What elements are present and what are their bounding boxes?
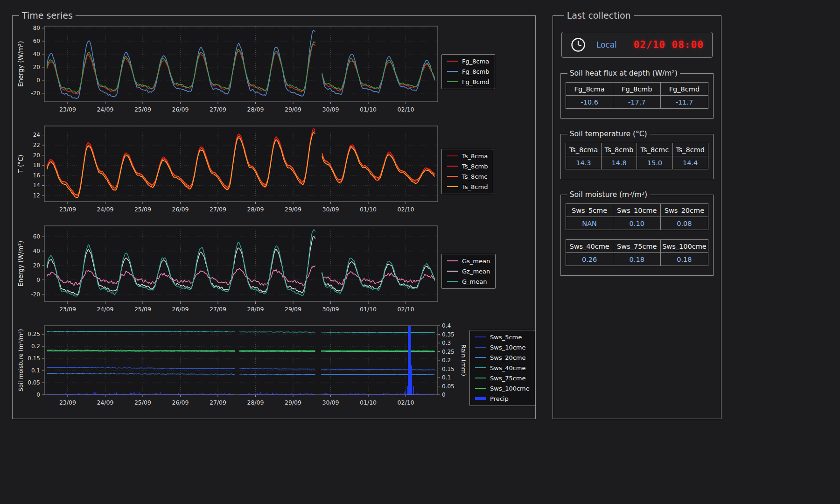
y2-tick-label: 0 bbox=[442, 392, 446, 398]
y2-tick-label: 0.3 bbox=[442, 340, 451, 346]
x-tick-label: 27/09 bbox=[210, 206, 226, 213]
x-tick-label: 23/09 bbox=[59, 399, 76, 406]
y-tick-label: 0.15 bbox=[28, 355, 40, 362]
y-tick-label: -20 bbox=[31, 291, 40, 298]
y2-tick-label: 0.4 bbox=[442, 322, 451, 329]
y-tick-label: 0 bbox=[36, 77, 40, 84]
heatflux-table: Fg_8cma Fg_8cmb Fg_8cmd -10.6 -17.7 -11.… bbox=[566, 82, 708, 109]
table-value-row: 14.3 14.8 15.0 14.4 bbox=[566, 156, 708, 169]
ground-heat-flux-chart: 23/0924/0925/0926/0927/0928/0929/0930/09… bbox=[15, 221, 470, 321]
y-tick-label: 0.05 bbox=[28, 379, 40, 386]
legend-label: Ts_8cma bbox=[462, 153, 488, 160]
x-tick-label: 29/09 bbox=[285, 399, 301, 406]
legend-label: G_mean bbox=[462, 278, 487, 285]
last-collection-title: Last collection bbox=[564, 10, 634, 21]
x-tick-label: 27/09 bbox=[210, 399, 226, 406]
value-cell: NAN bbox=[566, 217, 613, 230]
legend-label: Precip bbox=[490, 395, 509, 402]
legend-swatch bbox=[475, 388, 486, 389]
legend-item-Sws_20cme: Sws_20cme bbox=[475, 354, 530, 361]
legend-item-Sws_10cme: Sws_10cme bbox=[475, 344, 530, 351]
value-cell: 0.18 bbox=[613, 253, 661, 266]
legend-swatch bbox=[447, 166, 458, 167]
legend-label: Sws_20cme bbox=[490, 354, 526, 361]
value-cell: -17.7 bbox=[613, 96, 661, 109]
app-root: { "window": {"background": "#1c1c1e"}, "… bbox=[0, 0, 840, 419]
legend-label: Sws_100cme bbox=[490, 385, 530, 392]
legend-swatch bbox=[447, 155, 458, 156]
legend-swatch bbox=[475, 357, 486, 358]
x-tick-label: 24/09 bbox=[97, 399, 113, 406]
legend-item-G_mean: G_mean bbox=[447, 278, 490, 285]
y-tick-label: 0.2 bbox=[31, 343, 40, 350]
column-header: Sws_100cme bbox=[661, 240, 708, 253]
ground-heat-flux-row: 23/0924/0925/0926/0927/0928/0929/0930/09… bbox=[15, 221, 535, 321]
y2-tick-label: 0.1 bbox=[442, 374, 451, 381]
clock-time: 02/10 08:00 bbox=[634, 39, 704, 50]
legend-label: Ts_8cmc bbox=[462, 173, 487, 180]
table-value-row: NAN 0.10 0.08 bbox=[566, 217, 708, 230]
table-header-row: Sws_40cme Sws_75cme Sws_100cme bbox=[566, 240, 708, 253]
x-tick-label: 25/09 bbox=[134, 399, 151, 406]
table-header-row: Ts_8cma Ts_8cmb Ts_8cmc Ts_8cmd bbox=[566, 143, 708, 156]
y-axis-label: Energy (W/m²) bbox=[17, 41, 24, 87]
legend-label: Fg_8cmb bbox=[462, 68, 490, 75]
timeseries-panel: Time series 23/0924/0925/0926/0927/0928/… bbox=[12, 10, 536, 419]
x-tick-label: 24/09 bbox=[97, 306, 113, 313]
column-header: Ts_8cma bbox=[566, 143, 601, 156]
column-header: Sws_20cme bbox=[661, 204, 708, 217]
x-tick-label: 25/09 bbox=[134, 106, 151, 113]
plot-area bbox=[44, 26, 438, 102]
value-cell: 15.0 bbox=[637, 156, 672, 169]
legend-label: Ts_8cmb bbox=[462, 163, 488, 170]
table-header-row: Fg_8cma Fg_8cmb Fg_8cmd bbox=[566, 83, 708, 96]
legend-label: Sws_10cme bbox=[490, 344, 526, 351]
x-tick-label: 26/09 bbox=[172, 306, 189, 313]
legend-item-Precip: Precip bbox=[475, 395, 530, 402]
legend-swatch bbox=[475, 378, 486, 378]
x-tick-label: 02/10 bbox=[398, 206, 414, 213]
value-cell: 14.8 bbox=[602, 156, 637, 169]
column-header: Sws_75cme bbox=[613, 240, 661, 253]
y-tick-label: 14 bbox=[33, 182, 40, 189]
legend-item-Sws_5cme: Sws_5cme bbox=[475, 334, 530, 341]
x-tick-label: 30/09 bbox=[322, 399, 339, 406]
temperature-group-title: Soil temperature (°C) bbox=[567, 130, 650, 138]
y-tick-label: 40 bbox=[33, 248, 40, 254]
y-axis-label: Energy (W/m²) bbox=[17, 241, 24, 287]
y-tick-label: 20 bbox=[33, 152, 40, 159]
legend-label: Sws_5cme bbox=[490, 334, 522, 341]
y-tick-label: 60 bbox=[33, 38, 40, 44]
legend-item-Fg_8cmb: Fg_8cmb bbox=[447, 68, 490, 75]
column-header: Fg_8cmd bbox=[661, 83, 708, 96]
y2-tick-label: 0.15 bbox=[442, 366, 455, 372]
legend-label: Fg_8cmd bbox=[462, 78, 490, 85]
x-tick-label: 02/10 bbox=[398, 399, 414, 406]
x-tick-label: 29/09 bbox=[285, 106, 301, 113]
legend-swatch bbox=[475, 397, 486, 400]
x-tick-label: 23/09 bbox=[59, 206, 76, 213]
legend-item-Ts_8cmc: Ts_8cmc bbox=[447, 173, 488, 180]
legend-label: Sws_75cme bbox=[490, 375, 526, 382]
table-value-row: 0.26 0.18 0.18 bbox=[566, 253, 708, 266]
column-header: Ts_8cmd bbox=[672, 143, 708, 156]
x-tick-label: 28/09 bbox=[247, 106, 264, 113]
table-spacer bbox=[566, 230, 708, 236]
x-tick-label: 23/09 bbox=[59, 106, 76, 113]
y-tick-label: 18 bbox=[33, 162, 40, 168]
x-tick-label: 02/10 bbox=[398, 106, 414, 113]
heatflux-group: Soil heat flux at depth (W/m²) Fg_8cma F… bbox=[560, 69, 714, 119]
x-tick-label: 29/09 bbox=[285, 306, 301, 313]
moisture-group-title: Soil moisture (m³/m³) bbox=[567, 190, 650, 199]
y2-tick-label: 0.2 bbox=[442, 357, 451, 364]
column-header: Sws_5cme bbox=[566, 204, 613, 217]
x-tick-label: 26/09 bbox=[172, 206, 189, 213]
y2-tick-label: 0.35 bbox=[442, 331, 455, 338]
soil-temperature-chart: 23/0924/0925/0926/0927/0928/0929/0930/09… bbox=[15, 121, 470, 221]
x-tick-label: 30/09 bbox=[322, 306, 339, 313]
legend-item-Gz_mean: Gz_mean bbox=[447, 268, 490, 275]
value-cell: 0.18 bbox=[661, 253, 708, 266]
x-tick-label: 26/09 bbox=[172, 106, 189, 113]
legend-item-Fg_8cma: Fg_8cma bbox=[447, 58, 490, 65]
y-tick-label: 12 bbox=[33, 192, 40, 199]
